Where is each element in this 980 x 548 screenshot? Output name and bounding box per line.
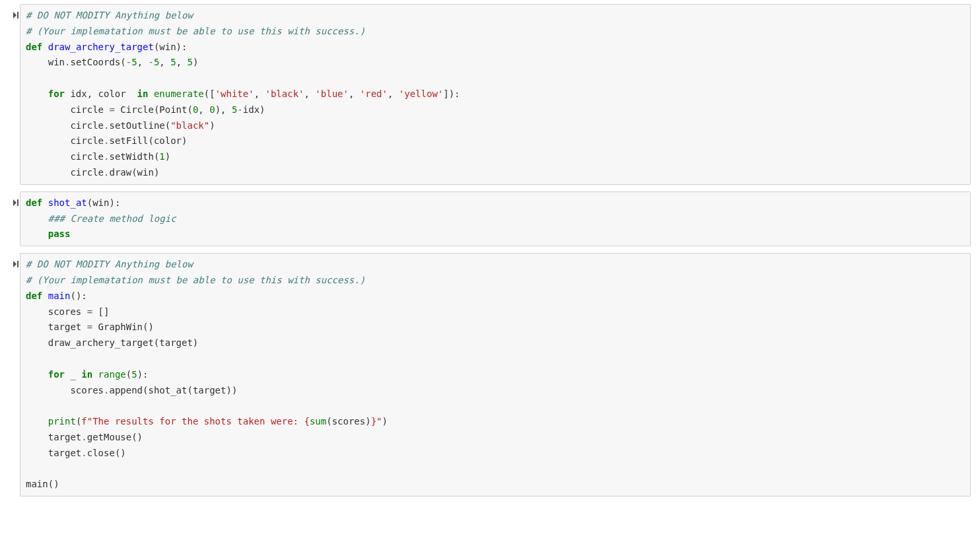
code-token: - [237, 104, 242, 115]
code-token: ) [209, 120, 215, 131]
code-token: 0 [209, 104, 215, 115]
code-token: scores [26, 306, 87, 317]
code-token: " [376, 416, 382, 427]
code-token: 5 [131, 369, 137, 380]
code-token: _ [65, 369, 81, 380]
run-cell-icon[interactable] [13, 12, 20, 20]
code-token: def [26, 42, 42, 52]
code-token [42, 197, 48, 208]
code-token: , [388, 88, 399, 99]
code-token: "black" [170, 120, 209, 131]
svg-rect-2 [17, 261, 18, 267]
code-token: close() [87, 448, 126, 458]
code-token: setFill(color) [109, 135, 187, 146]
code-token: print [48, 416, 76, 427]
code-token: ([ [204, 88, 215, 99]
cell-prompt [5, 4, 20, 185]
code-token: , [176, 57, 188, 67]
code-editor[interactable]: # DO NOT MODITY Anything below # (Your i… [20, 253, 971, 497]
code-token: range [98, 369, 126, 380]
code-token: 'yellow' [399, 88, 443, 99]
code-token: . [81, 432, 87, 442]
code-token: target [26, 432, 81, 442]
code-token: = [87, 306, 92, 317]
code-token: = [87, 322, 92, 332]
code-token: def [26, 197, 42, 208]
code-token: 'white' [215, 88, 254, 99]
code-token: circle [26, 167, 104, 178]
code-token: f"The results for the shots taken were: [81, 416, 304, 427]
code-token: ]): [443, 88, 460, 99]
code-token: in [81, 369, 92, 380]
code-content[interactable]: # DO NOT MODITY Anything below # (Your i… [26, 257, 965, 493]
code-editor[interactable]: def shot_at(win): ### Create method logi… [20, 191, 971, 246]
code-token: for [48, 88, 65, 99]
code-token: , [349, 88, 360, 99]
code-token: Circle(Point( [115, 104, 193, 115]
code-token: (scores) [326, 416, 370, 427]
code-token [26, 369, 48, 380]
code-token: , [254, 88, 265, 99]
code-editor[interactable]: # DO NOT MODITY Anything below # (Your i… [20, 4, 971, 185]
svg-rect-1 [17, 199, 18, 206]
code-token: # (Your implematation must be able to us… [26, 275, 365, 285]
code-token [42, 291, 48, 301]
code-token: 'red' [360, 88, 388, 99]
code-token: append(shot_at(target)) [109, 385, 237, 395]
code-token: circle [26, 120, 104, 131]
code-token: 5 [170, 57, 176, 67]
run-cell-icon[interactable] [13, 199, 20, 207]
cell-prompt [5, 191, 20, 246]
code-token [26, 88, 48, 99]
code-token: (win): [154, 42, 188, 52]
code-token: # (Your implematation must be able to us… [26, 26, 365, 36]
code-token [26, 416, 48, 427]
code-token: setWidth( [109, 151, 159, 162]
code-token: setCoords( [70, 57, 125, 67]
code-token: } [371, 416, 376, 427]
code-token: circle [26, 135, 104, 146]
code-token: ) [382, 416, 388, 427]
notebook: # DO NOT MODITY Anything below # (Your i… [0, 0, 980, 507]
code-token: idx) [243, 104, 265, 115]
code-token: draw(win) [109, 167, 159, 178]
code-token: , [304, 88, 316, 99]
code-token: enumerate [154, 88, 204, 99]
code-cell: # DO NOT MODITY Anything below # (Your i… [5, 253, 971, 497]
code-content[interactable]: # DO NOT MODITY Anything below # (Your i… [26, 8, 965, 181]
code-token: scores [26, 385, 104, 395]
code-token: ) [165, 151, 170, 162]
code-token: , [159, 57, 170, 67]
code-token: (): [70, 291, 87, 301]
code-token: [] [92, 306, 109, 317]
code-token: win [26, 57, 65, 67]
code-token: , [137, 57, 149, 67]
code-token: draw_archery_target [48, 42, 154, 52]
code-token: 5 [188, 57, 193, 67]
code-token: # DO NOT MODITY Anything below [26, 10, 193, 20]
code-token: GraphWin() [92, 322, 154, 332]
code-token: # DO NOT MODITY Anything below [26, 259, 193, 269]
code-token: ### Create method logic [48, 213, 176, 224]
code-token: , [198, 104, 209, 115]
code-token: (win): [87, 197, 121, 208]
code-token: setOutline( [109, 120, 170, 131]
code-cell: # DO NOT MODITY Anything below # (Your i… [5, 4, 971, 185]
run-cell-icon[interactable] [13, 261, 20, 269]
code-token: in [137, 88, 149, 99]
code-content[interactable]: def shot_at(win): ### Create method logi… [26, 195, 965, 242]
code-token: draw_archery_target(target) [26, 337, 198, 348]
code-token: - [148, 57, 153, 67]
code-token: ( [126, 369, 131, 380]
code-token: main [48, 291, 71, 301]
code-token: . [81, 448, 87, 458]
code-token [26, 228, 48, 239]
code-token: 1 [159, 151, 164, 162]
code-token: target [26, 448, 81, 458]
svg-rect-0 [17, 12, 18, 18]
code-token: = [109, 104, 114, 115]
code-token [26, 213, 48, 224]
code-token: idx, color [65, 88, 137, 99]
code-token [42, 42, 48, 52]
code-token: shot_at [48, 197, 87, 208]
